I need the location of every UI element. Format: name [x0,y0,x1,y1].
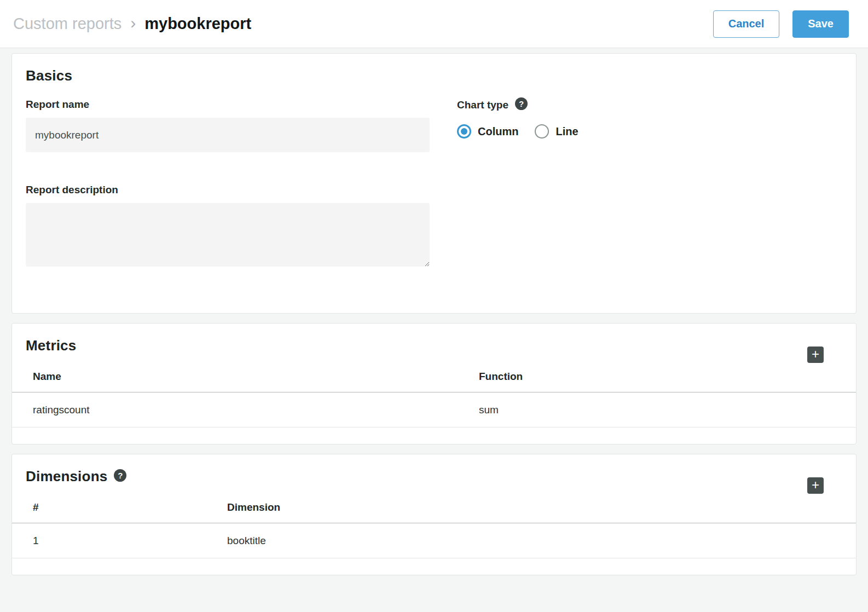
header-actions: Cancel Save [713,10,849,38]
chart-type-radio-group: Column Line [457,124,842,138]
metrics-table-header: Name Function [12,371,856,392]
chart-type-label: Chart type [457,99,508,111]
dimensions-table-header: # Dimension [12,501,856,523]
column-header-function: Function [479,371,834,383]
column-header-name: Name [33,371,479,383]
metrics-header: Metrics [12,337,856,354]
dimensions-table: # Dimension 1 booktitle [12,501,856,558]
radio-button-icon [457,124,471,138]
column-radio-label: Column [478,125,518,138]
metric-row[interactable]: ratingscount sum [12,392,856,428]
dimension-row[interactable]: 1 booktitle [12,523,856,558]
report-name-input[interactable] [26,118,430,152]
radio-button-icon [535,124,549,138]
metric-function-cell: sum [479,404,834,416]
chart-type-option-line[interactable]: Line [535,124,578,138]
dimension-name-cell: booktitle [227,535,834,547]
main-content: Basics Report name Report description Ch… [0,48,868,575]
help-icon[interactable]: ? [114,469,126,482]
add-metric-button[interactable]: + [807,347,824,363]
dimensions-card: Dimensions ? + # Dimension 1 booktitle [11,454,857,575]
dimensions-header: Dimensions ? [12,468,856,485]
add-dimension-button[interactable]: + [807,477,824,494]
chart-type-header: Chart type ? [457,99,842,111]
report-description-label: Report description [26,184,430,196]
metrics-title: Metrics [26,337,76,354]
report-name-label: Report name [26,99,430,111]
column-header-number: # [33,501,227,513]
report-description-input[interactable] [26,203,430,267]
breadcrumb-parent-link[interactable]: Custom reports [13,15,121,33]
breadcrumb-current: mybookreport [144,15,251,33]
header: Custom reports › mybookreport Cancel Sav… [0,0,868,48]
metrics-table: Name Function ratingscount sum [12,371,856,428]
dimension-number-cell: 1 [33,535,227,547]
cancel-button[interactable]: Cancel [713,10,780,38]
basics-card: Basics Report name Report description Ch… [11,53,857,314]
basics-grid: Report name Report description Chart typ… [26,99,842,269]
basics-right-column: Chart type ? Column Line [457,99,842,269]
plus-icon: + [812,478,819,492]
metrics-card: Metrics + Name Function ratingscount sum [11,323,857,444]
save-button[interactable]: Save [792,10,849,38]
chart-type-option-column[interactable]: Column [457,124,518,138]
basics-left-column: Report name Report description [26,99,430,269]
line-radio-label: Line [555,125,578,138]
help-icon[interactable]: ? [515,97,528,110]
plus-icon: + [812,347,819,361]
metric-name-cell: ratingscount [33,404,479,416]
breadcrumb: Custom reports › mybookreport [13,15,251,33]
chevron-right-icon: › [130,15,136,33]
dimensions-title: Dimensions [26,468,107,485]
basics-title: Basics [26,67,842,84]
column-header-dimension: Dimension [227,501,834,513]
